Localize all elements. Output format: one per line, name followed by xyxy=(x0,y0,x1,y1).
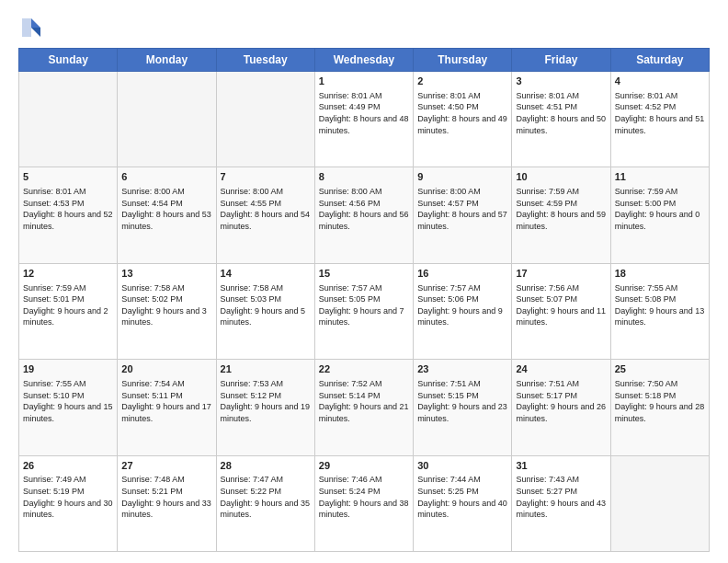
calendar-cell xyxy=(118,72,216,167)
cell-info: Sunrise: 8:01 AM Sunset: 4:51 PM Dayligh… xyxy=(516,90,606,136)
cell-info: Sunrise: 7:55 AM Sunset: 5:08 PM Dayligh… xyxy=(615,282,705,328)
calendar-cell: 3Sunrise: 8:01 AM Sunset: 4:51 PM Daylig… xyxy=(512,72,610,167)
calendar-cell: 20Sunrise: 7:54 AM Sunset: 5:11 PM Dayli… xyxy=(118,360,216,455)
cell-info: Sunrise: 8:01 AM Sunset: 4:52 PM Dayligh… xyxy=(615,90,705,136)
calendar-cell: 5Sunrise: 8:01 AM Sunset: 4:53 PM Daylig… xyxy=(19,167,118,263)
day-number: 18 xyxy=(615,267,705,281)
cell-info: Sunrise: 7:57 AM Sunset: 5:06 PM Dayligh… xyxy=(417,282,507,328)
day-number: 16 xyxy=(417,267,507,281)
svg-marker-1 xyxy=(31,28,40,37)
day-number: 3 xyxy=(516,75,606,88)
cell-info: Sunrise: 7:49 AM Sunset: 5:19 PM Dayligh… xyxy=(23,474,113,520)
day-number: 30 xyxy=(417,459,507,473)
calendar-cell: 19Sunrise: 7:55 AM Sunset: 5:10 PM Dayli… xyxy=(19,360,118,455)
calendar-cell: 11Sunrise: 7:59 AM Sunset: 5:00 PM Dayli… xyxy=(610,167,709,263)
day-header-friday: Friday xyxy=(512,49,610,72)
day-number: 1 xyxy=(319,75,409,88)
calendar-cell: 17Sunrise: 7:56 AM Sunset: 5:07 PM Dayli… xyxy=(512,263,610,359)
day-number: 4 xyxy=(615,75,705,88)
calendar-cell: 30Sunrise: 7:44 AM Sunset: 5:25 PM Dayli… xyxy=(414,455,512,551)
cell-info: Sunrise: 7:47 AM Sunset: 5:22 PM Dayligh… xyxy=(221,474,311,520)
day-number: 28 xyxy=(221,459,311,473)
day-header-thursday: Thursday xyxy=(414,49,512,72)
day-number: 7 xyxy=(221,170,311,184)
cell-info: Sunrise: 8:01 AM Sunset: 4:50 PM Dayligh… xyxy=(417,90,507,136)
calendar-cell: 26Sunrise: 7:49 AM Sunset: 5:19 PM Dayli… xyxy=(19,455,118,551)
calendar-cell: 2Sunrise: 8:01 AM Sunset: 4:50 PM Daylig… xyxy=(414,72,512,167)
day-number: 23 xyxy=(417,362,507,376)
cell-info: Sunrise: 8:00 AM Sunset: 4:57 PM Dayligh… xyxy=(417,186,507,232)
cell-info: Sunrise: 8:01 AM Sunset: 4:53 PM Dayligh… xyxy=(23,186,113,232)
day-number: 11 xyxy=(615,170,705,184)
page: SundayMondayTuesdayWednesdayThursdayFrid… xyxy=(0,0,728,563)
cell-info: Sunrise: 7:48 AM Sunset: 5:21 PM Dayligh… xyxy=(121,474,211,520)
week-row-4: 19Sunrise: 7:55 AM Sunset: 5:10 PM Dayli… xyxy=(19,360,710,455)
calendar-table: SundayMondayTuesdayWednesdayThursdayFrid… xyxy=(18,48,710,552)
calendar-cell: 27Sunrise: 7:48 AM Sunset: 5:21 PM Dayli… xyxy=(118,455,216,551)
day-number: 17 xyxy=(516,267,606,281)
day-header-wednesday: Wednesday xyxy=(314,49,413,72)
cell-info: Sunrise: 7:59 AM Sunset: 4:59 PM Dayligh… xyxy=(516,186,606,232)
calendar-cell: 18Sunrise: 7:55 AM Sunset: 5:08 PM Dayli… xyxy=(610,263,709,359)
day-header-sunday: Sunday xyxy=(19,49,118,72)
calendar-cell: 7Sunrise: 8:00 AM Sunset: 4:55 PM Daylig… xyxy=(216,167,314,263)
day-number: 19 xyxy=(23,362,113,376)
cell-info: Sunrise: 7:54 AM Sunset: 5:11 PM Dayligh… xyxy=(121,378,211,424)
calendar-cell: 21Sunrise: 7:53 AM Sunset: 5:12 PM Dayli… xyxy=(216,360,314,455)
header xyxy=(18,15,710,40)
day-number: 13 xyxy=(121,267,211,281)
calendar-cell: 4Sunrise: 8:01 AM Sunset: 4:52 PM Daylig… xyxy=(610,72,709,167)
cell-info: Sunrise: 7:57 AM Sunset: 5:05 PM Dayligh… xyxy=(319,282,409,328)
cell-info: Sunrise: 7:56 AM Sunset: 5:07 PM Dayligh… xyxy=(516,282,606,328)
day-header-tuesday: Tuesday xyxy=(216,49,314,72)
day-number: 10 xyxy=(516,170,606,184)
week-row-3: 12Sunrise: 7:59 AM Sunset: 5:01 PM Dayli… xyxy=(19,263,710,359)
svg-marker-2 xyxy=(22,18,31,37)
day-number: 22 xyxy=(319,362,409,376)
cell-info: Sunrise: 8:00 AM Sunset: 4:56 PM Dayligh… xyxy=(319,186,409,232)
day-number: 26 xyxy=(23,459,113,473)
cell-info: Sunrise: 7:51 AM Sunset: 5:15 PM Dayligh… xyxy=(417,378,507,424)
calendar-cell: 1Sunrise: 8:01 AM Sunset: 4:49 PM Daylig… xyxy=(314,72,413,167)
day-number: 21 xyxy=(221,362,311,376)
day-number: 25 xyxy=(615,362,705,376)
cell-info: Sunrise: 7:52 AM Sunset: 5:14 PM Dayligh… xyxy=(319,378,409,424)
day-number: 8 xyxy=(319,170,409,184)
day-number: 9 xyxy=(417,170,507,184)
calendar-cell: 10Sunrise: 7:59 AM Sunset: 4:59 PM Dayli… xyxy=(512,167,610,263)
calendar-cell: 29Sunrise: 7:46 AM Sunset: 5:24 PM Dayli… xyxy=(314,455,413,551)
cell-info: Sunrise: 7:53 AM Sunset: 5:12 PM Dayligh… xyxy=(221,378,311,424)
week-row-5: 26Sunrise: 7:49 AM Sunset: 5:19 PM Dayli… xyxy=(19,455,710,551)
cell-info: Sunrise: 7:43 AM Sunset: 5:27 PM Dayligh… xyxy=(516,474,606,520)
cell-info: Sunrise: 7:50 AM Sunset: 5:18 PM Dayligh… xyxy=(615,378,705,424)
cell-info: Sunrise: 8:00 AM Sunset: 4:54 PM Dayligh… xyxy=(121,186,211,232)
cell-info: Sunrise: 7:58 AM Sunset: 5:02 PM Dayligh… xyxy=(121,282,211,328)
calendar-cell: 25Sunrise: 7:50 AM Sunset: 5:18 PM Dayli… xyxy=(610,360,709,455)
calendar-cell: 6Sunrise: 8:00 AM Sunset: 4:54 PM Daylig… xyxy=(118,167,216,263)
day-number: 12 xyxy=(23,267,113,281)
calendar-cell: 8Sunrise: 8:00 AM Sunset: 4:56 PM Daylig… xyxy=(314,167,413,263)
svg-marker-0 xyxy=(31,18,40,28)
calendar-cell: 31Sunrise: 7:43 AM Sunset: 5:27 PM Dayli… xyxy=(512,455,610,551)
calendar-header-row: SundayMondayTuesdayWednesdayThursdayFrid… xyxy=(19,49,710,72)
day-number: 31 xyxy=(516,459,606,473)
cell-info: Sunrise: 7:46 AM Sunset: 5:24 PM Dayligh… xyxy=(319,474,409,520)
calendar-cell xyxy=(216,72,314,167)
cell-info: Sunrise: 7:59 AM Sunset: 5:00 PM Dayligh… xyxy=(615,186,705,232)
logo xyxy=(18,15,48,40)
calendar-cell: 24Sunrise: 7:51 AM Sunset: 5:17 PM Dayli… xyxy=(512,360,610,455)
calendar-cell: 23Sunrise: 7:51 AM Sunset: 5:15 PM Dayli… xyxy=(414,360,512,455)
cell-info: Sunrise: 7:58 AM Sunset: 5:03 PM Dayligh… xyxy=(221,282,311,328)
calendar-cell xyxy=(19,72,118,167)
day-number: 15 xyxy=(319,267,409,281)
logo-icon xyxy=(18,15,44,40)
calendar-cell: 12Sunrise: 7:59 AM Sunset: 5:01 PM Dayli… xyxy=(19,263,118,359)
day-header-monday: Monday xyxy=(118,49,216,72)
day-header-saturday: Saturday xyxy=(610,49,709,72)
day-number: 20 xyxy=(121,362,211,376)
day-number: 14 xyxy=(221,267,311,281)
calendar-cell: 16Sunrise: 7:57 AM Sunset: 5:06 PM Dayli… xyxy=(414,263,512,359)
calendar-cell: 22Sunrise: 7:52 AM Sunset: 5:14 PM Dayli… xyxy=(314,360,413,455)
calendar-cell: 28Sunrise: 7:47 AM Sunset: 5:22 PM Dayli… xyxy=(216,455,314,551)
day-number: 5 xyxy=(23,170,113,184)
